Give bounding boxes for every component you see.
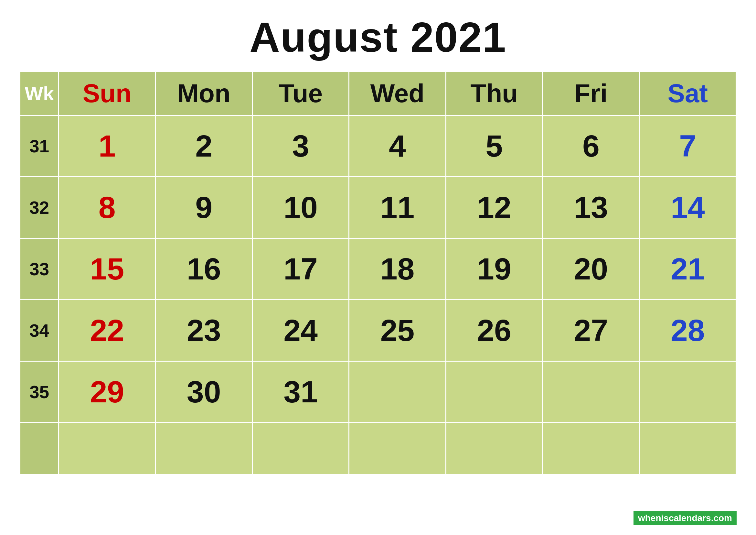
calendar-row (20, 423, 736, 474)
calendar-day: 30 (155, 361, 252, 423)
calendar-day (543, 423, 639, 474)
calendar-table: Wk Sun Mon Tue Wed Thu Fri Sat 311234567… (19, 71, 737, 475)
calendar-day (349, 423, 446, 474)
calendar-day (349, 361, 446, 423)
week-number (20, 423, 59, 474)
calendar-day: 9 (155, 177, 252, 239)
calendar-day: 12 (446, 177, 542, 239)
watermark-link[interactable]: wheniscalendars.com (634, 511, 737, 525)
header-fri: Fri (543, 72, 639, 116)
calendar-day (252, 423, 349, 474)
calendar-day (446, 361, 542, 423)
calendar-day (59, 423, 155, 474)
calendar-row: 3315161718192021 (20, 239, 736, 300)
calendar-day: 17 (252, 239, 349, 300)
header-thu: Thu (446, 72, 542, 116)
calendar-day: 7 (639, 116, 736, 177)
calendar-day: 13 (543, 177, 639, 239)
calendar-day: 23 (155, 300, 252, 361)
header-wk: Wk (20, 72, 59, 116)
calendar-day (155, 423, 252, 474)
page-title: August 2021 (250, 13, 506, 62)
week-number: 33 (20, 239, 59, 300)
calendar-day: 8 (59, 177, 155, 239)
calendar-day: 3 (252, 116, 349, 177)
calendar-day: 21 (639, 239, 736, 300)
header-sat: Sat (639, 72, 736, 116)
week-number: 35 (20, 361, 59, 423)
calendar-day: 18 (349, 239, 446, 300)
calendar-day: 15 (59, 239, 155, 300)
calendar-day: 26 (446, 300, 542, 361)
calendar-row: 32891011121314 (20, 177, 736, 239)
calendar-row: 3422232425262728 (20, 300, 736, 361)
header-tue: Tue (252, 72, 349, 116)
calendar-day: 19 (446, 239, 542, 300)
header-wed: Wed (349, 72, 446, 116)
header-sun: Sun (59, 72, 155, 116)
calendar-day: 28 (639, 300, 736, 361)
calendar-day (446, 423, 542, 474)
calendar-day: 22 (59, 300, 155, 361)
header-mon: Mon (155, 72, 252, 116)
week-number: 34 (20, 300, 59, 361)
calendar: Wk Sun Mon Tue Wed Thu Fri Sat 311234567… (19, 71, 737, 522)
calendar-day: 25 (349, 300, 446, 361)
week-number: 32 (20, 177, 59, 239)
calendar-day (543, 361, 639, 423)
calendar-day: 10 (252, 177, 349, 239)
calendar-day: 16 (155, 239, 252, 300)
header-row: Wk Sun Mon Tue Wed Thu Fri Sat (20, 72, 736, 116)
calendar-day: 4 (349, 116, 446, 177)
calendar-row: 35293031 (20, 361, 736, 423)
calendar-day: 2 (155, 116, 252, 177)
calendar-day: 29 (59, 361, 155, 423)
calendar-day: 5 (446, 116, 542, 177)
week-number: 31 (20, 116, 59, 177)
calendar-day: 6 (543, 116, 639, 177)
calendar-day (639, 423, 736, 474)
calendar-day (639, 361, 736, 423)
calendar-day: 20 (543, 239, 639, 300)
calendar-day: 27 (543, 300, 639, 361)
calendar-row: 311234567 (20, 116, 736, 177)
calendar-day: 11 (349, 177, 446, 239)
calendar-day: 14 (639, 177, 736, 239)
calendar-day: 31 (252, 361, 349, 423)
calendar-day: 1 (59, 116, 155, 177)
calendar-day: 24 (252, 300, 349, 361)
